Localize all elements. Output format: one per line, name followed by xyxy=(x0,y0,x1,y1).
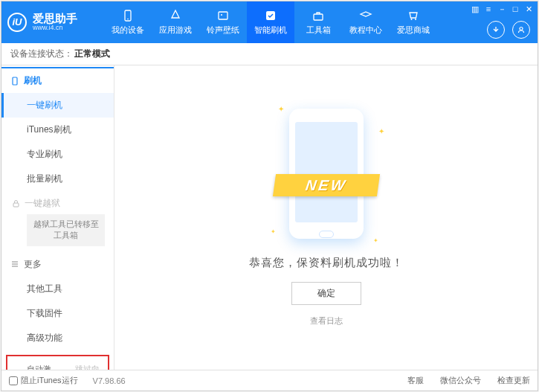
nav-tutorials[interactable]: 教程中心 xyxy=(342,1,390,43)
main-nav: 我的设备 应用游戏 铃声壁纸 智能刷机 工具箱 教程中心 xyxy=(104,1,437,43)
graduation-icon xyxy=(359,9,372,22)
flash-icon xyxy=(264,9,277,22)
sidebar-item-pro[interactable]: 专业刷机 xyxy=(1,142,114,167)
maximize-icon[interactable]: □ xyxy=(511,4,520,13)
logo: iU 爱思助手 www.i4.cn xyxy=(7,13,104,32)
download-button[interactable] xyxy=(487,21,505,39)
phone-icon xyxy=(10,77,19,86)
user-button[interactable] xyxy=(512,21,530,39)
success-illustration: NEW ✦ ✦ ✦ ✦ xyxy=(274,109,378,242)
svg-point-3 xyxy=(221,14,222,16)
nav-my-device[interactable]: 我的设备 xyxy=(104,1,152,43)
status-label: 设备连接状态： xyxy=(10,48,73,60)
app-title: 爱思助手 xyxy=(33,13,77,25)
main-content: NEW ✦ ✦ ✦ ✦ 恭喜您，保资料刷机成功啦！ 确定 查看日志 xyxy=(114,65,538,370)
lock-icon xyxy=(12,199,20,208)
nav-apps[interactable]: 应用游戏 xyxy=(152,1,199,43)
svg-point-1 xyxy=(127,19,129,20)
version-label: V7.98.66 xyxy=(93,376,126,385)
titlebar-controls: ▥ ≡ － □ ✕ xyxy=(471,4,533,13)
settings-icon[interactable]: ≡ xyxy=(484,4,493,13)
sidebar-options-highlighted: 自动激活 跳过向导 xyxy=(6,355,109,370)
success-message: 恭喜您，保资料刷机成功啦！ xyxy=(249,256,404,270)
sidebar-item-advanced[interactable]: 高级功能 xyxy=(1,326,114,350)
minimize-icon[interactable]: － xyxy=(497,4,506,13)
sidebar-jailbreak-header: 一键越狱 xyxy=(1,191,114,213)
toolbox-icon xyxy=(312,9,325,22)
view-log-link[interactable]: 查看日志 xyxy=(310,315,343,327)
app-header: iU 爱思助手 www.i4.cn 我的设备 应用游戏 铃声壁纸 智能刷机 xyxy=(1,1,538,43)
sidebar-item-other[interactable]: 其他工具 xyxy=(1,277,114,301)
ok-button[interactable]: 确定 xyxy=(291,282,361,305)
app-url: www.i4.cn xyxy=(33,25,77,32)
sidebar: 刷机 一键刷机 iTunes刷机 专业刷机 批量刷机 一键越狱 越狱工具已转移至… xyxy=(1,65,114,370)
footer-wechat[interactable]: 微信公众号 xyxy=(440,375,481,386)
nav-flash[interactable]: 智能刷机 xyxy=(247,1,294,43)
logo-icon: iU xyxy=(7,13,27,32)
skip-guide-checkbox[interactable]: 跳过向导 xyxy=(63,364,101,370)
footer-support[interactable]: 客服 xyxy=(407,375,424,386)
sidebar-item-download-fw[interactable]: 下载固件 xyxy=(1,301,114,326)
apps-icon xyxy=(169,9,182,22)
device-icon xyxy=(121,9,135,22)
list-icon xyxy=(10,260,19,269)
block-itunes-checkbox[interactable]: 阻止iTunes运行 xyxy=(9,375,78,386)
svg-point-8 xyxy=(520,28,523,30)
svg-point-6 xyxy=(411,19,413,20)
nav-toolbox[interactable]: 工具箱 xyxy=(294,1,342,43)
sidebar-item-onekey[interactable]: 一键刷机 xyxy=(1,93,114,118)
footer-check-update[interactable]: 检查更新 xyxy=(497,375,530,386)
svg-rect-2 xyxy=(219,12,227,19)
sidebar-item-itunes[interactable]: iTunes刷机 xyxy=(1,118,114,142)
sidebar-item-batch[interactable]: 批量刷机 xyxy=(1,167,114,191)
svg-rect-10 xyxy=(13,203,19,207)
sidebar-more-header[interactable]: 更多 xyxy=(1,252,114,277)
auto-activate-checkbox[interactable]: 自动激活 xyxy=(15,364,53,370)
footer: 阻止iTunes运行 V7.98.66 客服 微信公众号 检查更新 xyxy=(1,370,538,391)
sidebar-flash-header[interactable]: 刷机 xyxy=(1,67,114,93)
status-mode: 正常模式 xyxy=(74,48,110,60)
sidebar-jailbreak-note[interactable]: 越狱工具已转移至工具箱 xyxy=(27,214,105,246)
status-bar: 设备连接状态： 正常模式 xyxy=(1,43,538,65)
svg-point-7 xyxy=(415,19,416,20)
menu-icon[interactable]: ▥ xyxy=(471,4,480,13)
image-icon xyxy=(216,9,230,22)
close-icon[interactable]: ✕ xyxy=(524,4,533,13)
nav-ringtones[interactable]: 铃声壁纸 xyxy=(199,1,247,43)
svg-rect-9 xyxy=(13,77,17,85)
new-badge: NEW xyxy=(272,174,379,196)
svg-rect-5 xyxy=(314,14,323,20)
cart-icon xyxy=(407,9,420,22)
nav-store[interactable]: 爱思商城 xyxy=(390,1,437,43)
